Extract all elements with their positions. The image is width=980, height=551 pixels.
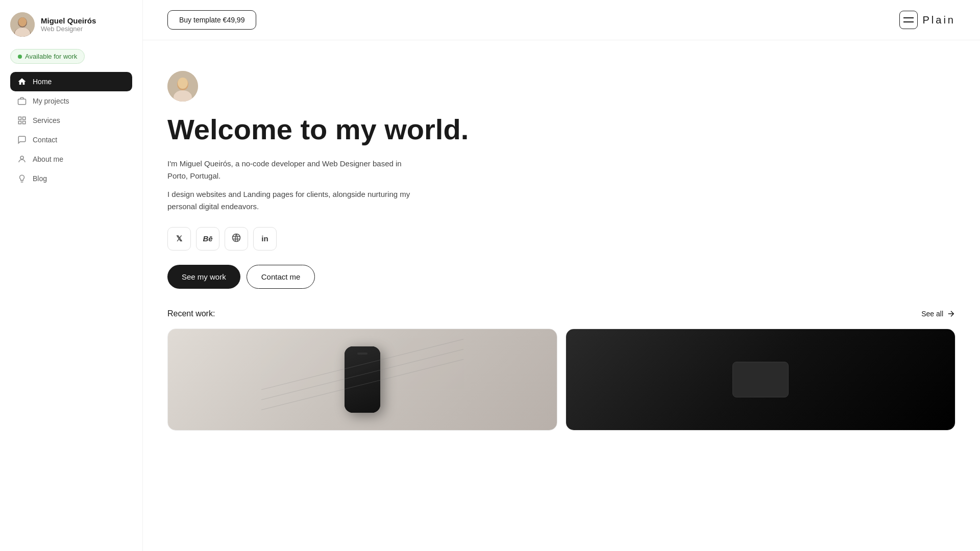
work-card-2[interactable] bbox=[566, 329, 955, 431]
user-icon bbox=[17, 155, 27, 164]
profile-name: Miguel Queirós bbox=[41, 16, 96, 25]
see-my-work-button[interactable]: See my work bbox=[167, 265, 240, 289]
home-icon bbox=[17, 77, 27, 86]
svg-rect-8 bbox=[23, 117, 26, 119]
message-icon bbox=[17, 135, 27, 144]
hero-avatar bbox=[167, 71, 198, 102]
svg-line-20 bbox=[261, 349, 463, 399]
hero-title: Welcome to my world. bbox=[167, 114, 474, 145]
sidebar-item-about[interactable]: About me bbox=[10, 149, 132, 169]
linkedin-icon: in bbox=[261, 234, 268, 243]
sidebar-item-projects[interactable]: My projects bbox=[10, 91, 132, 111]
svg-point-3 bbox=[18, 17, 27, 27]
svg-rect-9 bbox=[18, 121, 21, 124]
contact-me-button[interactable]: Contact me bbox=[247, 265, 315, 289]
svg-line-19 bbox=[261, 359, 463, 410]
cta-buttons: See my work Contact me bbox=[167, 265, 955, 289]
dribbble-icon bbox=[231, 233, 241, 244]
arrow-right-icon bbox=[946, 309, 955, 318]
sidebar-item-about-label: About me bbox=[33, 155, 63, 163]
sidebar-item-projects-label: My projects bbox=[33, 97, 69, 105]
sidebar-item-contact-label: Contact bbox=[33, 136, 57, 144]
sidebar-item-services-label: Services bbox=[33, 116, 60, 124]
recent-work-section: Recent work: See all bbox=[143, 309, 980, 455]
hero-section: Welcome to my world. I'm Miguel Queirós,… bbox=[143, 40, 980, 309]
profile-role: Web Designer bbox=[41, 25, 96, 33]
profile-section: Miguel Queirós Web Designer bbox=[10, 12, 132, 37]
briefcase-icon bbox=[17, 96, 27, 106]
recent-work-title: Recent work: bbox=[167, 309, 215, 318]
sidebar-item-services[interactable]: Services bbox=[10, 111, 132, 130]
svg-point-11 bbox=[20, 156, 23, 159]
buy-template-button[interactable]: Buy template €49,99 bbox=[167, 10, 256, 30]
dribbble-button[interactable] bbox=[225, 227, 248, 251]
svg-point-18 bbox=[233, 234, 240, 242]
work-grid bbox=[167, 329, 955, 431]
behance-icon: Bē bbox=[203, 234, 212, 243]
availability-dot bbox=[18, 55, 22, 59]
main-content: Buy template €49,99 Plain Welcome to my … bbox=[143, 0, 980, 551]
svg-point-16 bbox=[178, 78, 188, 89]
grid-icon bbox=[17, 116, 27, 125]
sidebar-item-blog-label: Blog bbox=[33, 174, 47, 183]
sidebar-item-home[interactable]: Home bbox=[10, 72, 132, 91]
plain-logo-text: Plain bbox=[923, 14, 955, 26]
top-bar: Buy template €49,99 Plain bbox=[143, 0, 980, 40]
plain-logo-icon bbox=[899, 11, 918, 29]
avatar bbox=[10, 12, 35, 37]
plain-logo: Plain bbox=[899, 11, 955, 29]
work-card-2-inner bbox=[566, 329, 955, 430]
see-all-label: See all bbox=[921, 310, 943, 318]
sidebar-item-contact[interactable]: Contact bbox=[10, 130, 132, 149]
see-all-link[interactable]: See all bbox=[921, 309, 955, 318]
work-card-1[interactable] bbox=[167, 329, 557, 431]
work-card-1-inner bbox=[168, 329, 557, 430]
svg-rect-10 bbox=[23, 121, 26, 124]
availability-label: Available for work bbox=[25, 53, 77, 60]
availability-badge: Available for work bbox=[10, 49, 85, 64]
social-icons: 𝕏 Bē in bbox=[167, 227, 955, 251]
profile-info: Miguel Queirós Web Designer bbox=[41, 16, 96, 33]
svg-rect-7 bbox=[18, 117, 21, 119]
twitter-icon: 𝕏 bbox=[176, 234, 182, 243]
recent-work-header: Recent work: See all bbox=[167, 309, 955, 318]
sidebar: Miguel Queirós Web Designer Available fo… bbox=[0, 0, 143, 551]
twitter-button[interactable]: 𝕏 bbox=[167, 227, 191, 251]
sidebar-item-home-label: Home bbox=[33, 78, 52, 86]
svg-line-21 bbox=[261, 339, 463, 389]
behance-button[interactable]: Bē bbox=[196, 227, 219, 251]
hero-desc-1: I'm Miguel Queirós, a no-code developer … bbox=[167, 158, 412, 182]
linkedin-button[interactable]: in bbox=[253, 227, 277, 251]
svg-rect-5 bbox=[18, 99, 26, 105]
hero-desc-2: I design websites and Landing pages for … bbox=[167, 188, 412, 213]
lightbulb-icon bbox=[17, 174, 27, 183]
sidebar-item-blog[interactable]: Blog bbox=[10, 169, 132, 188]
sidebar-nav: Home My projects Services Contact About bbox=[10, 72, 132, 188]
